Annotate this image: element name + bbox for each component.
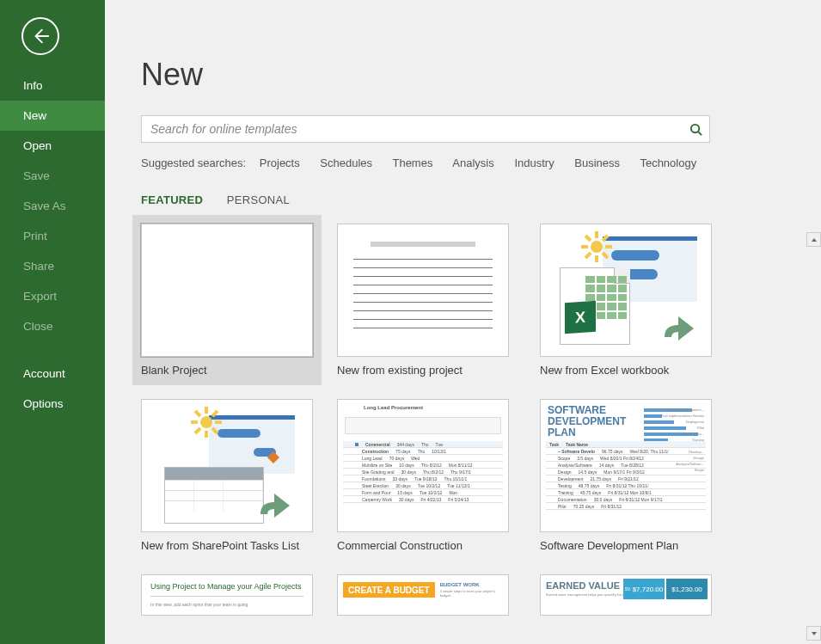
nav-save-as: Save As xyxy=(0,191,105,221)
back-button[interactable] xyxy=(21,17,59,55)
vertical-scrollbar[interactable] xyxy=(806,232,821,641)
suggested-analysis[interactable]: Analysis xyxy=(452,156,493,169)
suggested-schedules[interactable]: Schedules xyxy=(320,156,372,169)
sun-icon xyxy=(579,230,614,267)
template-label: New from existing project xyxy=(337,364,509,377)
page-title: New xyxy=(141,57,785,93)
template-label: Software Development Plan xyxy=(540,539,712,552)
nav-account[interactable]: Account xyxy=(0,359,105,389)
template-label: New from SharePoint Tasks List xyxy=(141,539,313,552)
template-search-box[interactable] xyxy=(141,115,710,143)
import-arrow-icon xyxy=(252,476,298,526)
nav-new[interactable]: New xyxy=(0,101,105,131)
svg-point-2 xyxy=(690,124,698,132)
scroll-down-button[interactable] xyxy=(806,626,821,641)
search-icon[interactable] xyxy=(687,120,704,138)
suggested-industry[interactable]: Industry xyxy=(514,156,554,169)
svg-point-4 xyxy=(591,241,603,253)
template-new-from-excel[interactable]: X New from Excel workbook xyxy=(540,224,712,377)
template-commercial-construction[interactable]: Long Lead Procurement Commercial344 days… xyxy=(337,399,509,552)
excel-icon: X xyxy=(565,301,596,334)
nav-info[interactable]: Info xyxy=(0,71,105,101)
nav-options[interactable]: Options xyxy=(0,389,105,419)
template-label: Blank Project xyxy=(141,364,313,377)
template-grid: Blank Project New from SharePoint Tasks … xyxy=(141,224,820,629)
scroll-up-button[interactable] xyxy=(806,232,821,247)
suggested-projects[interactable]: Projects xyxy=(260,156,300,169)
template-sharepoint-tasks[interactable]: New from SharePoint Tasks List xyxy=(141,399,313,552)
suggested-technology[interactable]: Technology xyxy=(640,156,696,169)
backstage-sidebar: Info New Open Save Save As Print Share E… xyxy=(0,0,105,644)
template-search-input[interactable] xyxy=(150,116,678,142)
suggested-searches: Suggested searches: Projects Schedules T… xyxy=(141,156,785,169)
nav-open[interactable]: Open xyxy=(0,131,105,161)
template-budget[interactable]: CREATE A BUDGETBUDGET WORK5 simple steps… xyxy=(337,574,509,616)
template-earned-value[interactable]: EARNED VALUE Earned value management hel… xyxy=(540,574,712,616)
template-software-development[interactable]: SOFTWARE DEVELOPMENT PLAN Software devel… xyxy=(540,399,712,552)
nav-share: Share xyxy=(0,251,105,281)
main-panel: New Suggested searches: Projects Schedul… xyxy=(105,0,821,644)
nav-export: Export xyxy=(0,281,105,311)
suggested-label: Suggested searches: xyxy=(141,156,246,169)
tab-personal[interactable]: PERSONAL xyxy=(227,193,290,206)
sun-icon xyxy=(189,405,224,443)
template-label: Commercial Construction xyxy=(337,539,509,552)
template-tabs: FEATURED PERSONAL xyxy=(141,193,785,206)
svg-point-3 xyxy=(200,416,212,428)
nav-print: Print xyxy=(0,221,105,251)
template-new-from-existing[interactable]: New from existing project xyxy=(337,224,509,377)
import-arrow-icon xyxy=(656,299,702,349)
template-blank-project[interactable]: Blank Project xyxy=(132,215,322,385)
nav-save: Save xyxy=(0,161,105,191)
tab-featured[interactable]: FEATURED xyxy=(141,193,203,206)
template-agile[interactable]: Using Project to Manage your Agile Proje… xyxy=(141,574,313,616)
suggested-business[interactable]: Business xyxy=(574,156,620,169)
template-label: New from Excel workbook xyxy=(540,364,712,377)
suggested-themes[interactable]: Themes xyxy=(392,156,432,169)
nav-close: Close xyxy=(0,311,105,341)
